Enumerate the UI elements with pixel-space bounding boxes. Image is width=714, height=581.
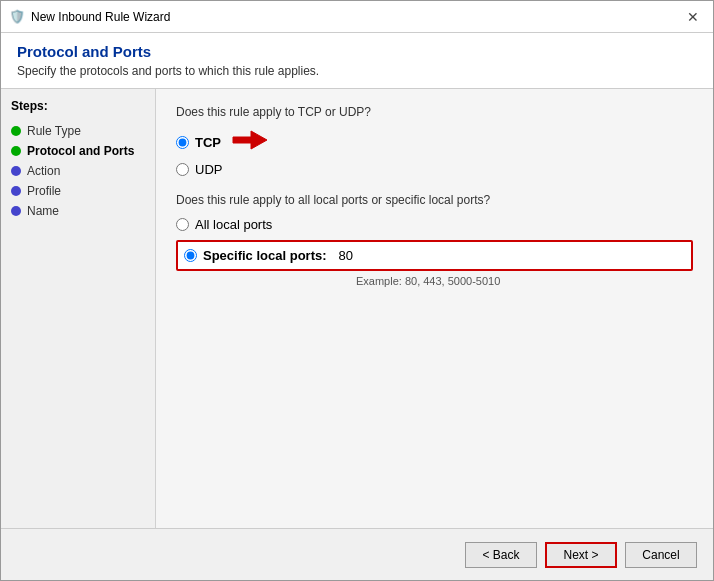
tcp-radio-row: TCP [176, 129, 693, 156]
steps-label: Steps: [11, 99, 155, 113]
dot-action [11, 166, 21, 176]
arrow-svg [229, 129, 267, 151]
footer: < Back Next > Cancel [1, 528, 713, 580]
specific-ports-input[interactable] [335, 246, 685, 265]
specific-ports-label[interactable]: Specific local ports: [203, 248, 327, 263]
tcp-radio[interactable] [176, 136, 189, 149]
sidebar-item-profile[interactable]: Profile [11, 181, 155, 201]
udp-label[interactable]: UDP [195, 162, 222, 177]
sidebar-label-action: Action [27, 164, 60, 178]
cancel-button[interactable]: Cancel [625, 542, 697, 568]
content-area: Steps: Rule Type Protocol and Ports Acti… [1, 89, 713, 528]
sidebar-item-protocol-ports[interactable]: Protocol and Ports [11, 141, 155, 161]
next-button[interactable]: Next > [545, 542, 617, 568]
sidebar-item-rule-type[interactable]: Rule Type [11, 121, 155, 141]
title-bar: 🛡️ New Inbound Rule Wizard ✕ [1, 1, 713, 33]
page-subtitle: Specify the protocols and ports to which… [17, 64, 697, 78]
dot-profile [11, 186, 21, 196]
main-panel: Does this rule apply to TCP or UDP? TCP … [156, 89, 713, 528]
page-title: Protocol and Ports [17, 43, 697, 60]
sidebar-item-action[interactable]: Action [11, 161, 155, 181]
sidebar-label-rule-type: Rule Type [27, 124, 81, 138]
all-ports-radio[interactable] [176, 218, 189, 231]
protocol-question: Does this rule apply to TCP or UDP? [176, 105, 693, 119]
specific-ports-radio[interactable] [184, 249, 197, 262]
dot-protocol-ports [11, 146, 21, 156]
dot-name [11, 206, 21, 216]
dot-rule-type [11, 126, 21, 136]
sidebar-label-name: Name [27, 204, 59, 218]
sidebar-label-profile: Profile [27, 184, 61, 198]
example-text: Example: 80, 443, 5000-5010 [356, 275, 693, 287]
specific-ports-row: Specific local ports: [176, 240, 693, 271]
sidebar-item-name[interactable]: Name [11, 201, 155, 221]
title-bar-title: New Inbound Rule Wizard [31, 10, 681, 24]
back-button[interactable]: < Back [465, 542, 537, 568]
page-header: Protocol and Ports Specify the protocols… [1, 33, 713, 89]
close-button[interactable]: ✕ [681, 5, 705, 29]
wizard-window: 🛡️ New Inbound Rule Wizard ✕ Protocol an… [0, 0, 714, 581]
tcp-label[interactable]: TCP [195, 135, 221, 150]
sidebar-label-protocol-ports: Protocol and Ports [27, 144, 134, 158]
protocol-radio-group: TCP UDP [176, 129, 693, 177]
ports-question: Does this rule apply to all local ports … [176, 193, 693, 207]
udp-radio[interactable] [176, 163, 189, 176]
window-icon: 🛡️ [9, 9, 25, 25]
all-ports-label[interactable]: All local ports [195, 217, 272, 232]
udp-radio-row: UDP [176, 162, 693, 177]
svg-marker-0 [233, 131, 267, 149]
sidebar: Steps: Rule Type Protocol and Ports Acti… [1, 89, 156, 528]
tcp-arrow-icon [229, 129, 267, 156]
all-ports-radio-row: All local ports [176, 217, 693, 232]
